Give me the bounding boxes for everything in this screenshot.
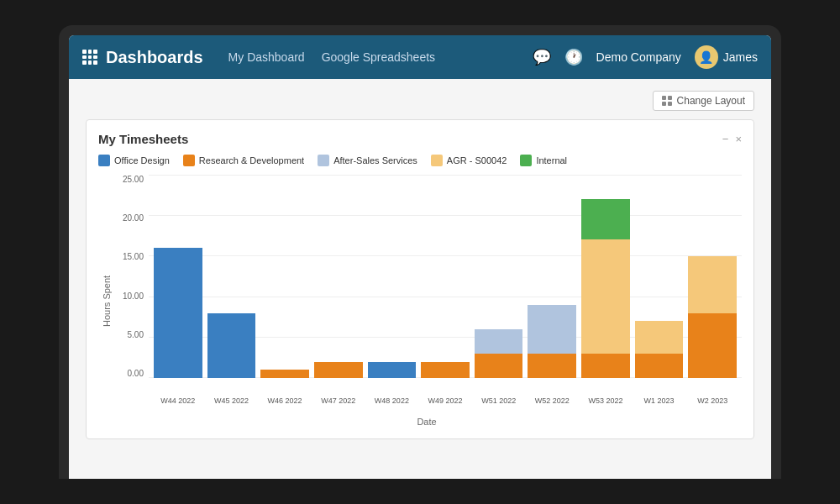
bar-segment <box>581 354 630 378</box>
main-content: Change Layout My Timesheets − × Office D… <box>69 79 771 479</box>
legend-item: AGR - S00042 <box>431 155 507 166</box>
bar-segment <box>635 321 684 354</box>
nav-right: 💬 🕐 Demo Company 👤 James <box>533 45 758 69</box>
company-name: Demo Company <box>596 50 681 64</box>
stacked-bar <box>368 362 417 378</box>
chart-plot: 25.0020.0015.0010.005.000.00 <box>112 175 742 395</box>
bar-group <box>207 175 256 378</box>
bar-group <box>475 175 523 378</box>
nav-google-spreadsheets[interactable]: Google Spreadsheets <box>322 50 435 64</box>
legend-label: Research & Development <box>199 155 304 165</box>
bar-segment <box>581 239 630 354</box>
x-axis-title: Date <box>112 417 742 427</box>
x-label: W47 2022 <box>314 396 363 413</box>
nav-my-dashboard[interactable]: My Dashboard <box>228 50 305 64</box>
bar-segment <box>528 305 576 354</box>
bars-container <box>149 175 742 378</box>
stacked-bar <box>314 362 363 378</box>
brand: Dashboards <box>82 48 203 67</box>
y-tick: 0.00 <box>128 369 144 378</box>
bar-segment <box>475 329 523 354</box>
bar-segment <box>528 354 576 378</box>
chart-title: My Timesheets <box>98 132 188 146</box>
history-icon[interactable]: 🕐 <box>564 48 583 66</box>
change-layout-button[interactable]: Change Layout <box>653 91 754 111</box>
bar-segment <box>207 313 256 378</box>
y-tick: 10.00 <box>123 291 144 301</box>
close-button[interactable]: × <box>735 133 742 145</box>
screen: Dashboards My Dashboard Google Spreadshe… <box>69 35 771 479</box>
bar-group <box>635 175 684 378</box>
change-layout-label: Change Layout <box>677 95 745 107</box>
legend-item: After-Sales Services <box>318 155 417 166</box>
stacked-bar <box>260 370 309 378</box>
bar-group <box>260 175 309 378</box>
apps-icon <box>82 50 97 65</box>
bar-segment <box>421 362 470 378</box>
y-tick: 5.00 <box>128 330 144 339</box>
x-label: W51 2022 <box>475 396 523 413</box>
x-axis: W44 2022W45 2022W46 2022W47 2022W48 2022… <box>112 396 742 413</box>
chat-icon[interactable]: 💬 <box>533 48 551 66</box>
stacked-bar <box>154 248 202 378</box>
bar-segment <box>368 362 417 378</box>
x-label: W1 2023 <box>635 396 684 413</box>
laptop-frame: Dashboards My Dashboard Google Spreadshe… <box>59 25 781 479</box>
legend-item: Office Design <box>98 155 170 166</box>
bar-segment <box>314 362 363 378</box>
bar-segment <box>688 256 737 313</box>
x-label: W2 2023 <box>688 396 737 413</box>
bar-segment <box>581 199 630 239</box>
legend-label: Internal <box>536 155 567 165</box>
bar-group <box>528 175 576 378</box>
navbar: Dashboards My Dashboard Google Spreadshe… <box>69 35 771 79</box>
stacked-bar <box>528 305 576 378</box>
chart-header: My Timesheets − × <box>98 132 742 146</box>
bar-segment <box>475 354 523 378</box>
legend-label: AGR - S00042 <box>447 155 507 165</box>
y-tick: 15.00 <box>123 252 144 261</box>
legend-color <box>520 155 532 166</box>
bar-segment <box>154 248 202 378</box>
layout-icon <box>662 96 672 106</box>
nav-links: My Dashboard Google Spreadsheets <box>228 50 435 64</box>
legend-color <box>318 155 329 166</box>
y-tick: 20.00 <box>123 213 144 223</box>
legend-color <box>98 155 110 166</box>
y-axis: 25.0020.0015.0010.005.000.00 <box>112 175 149 395</box>
x-label: W52 2022 <box>528 396 576 413</box>
avatar: 👤 <box>695 45 718 69</box>
bar-group <box>421 175 470 378</box>
bar-group <box>368 175 417 378</box>
stacked-bar <box>421 362 470 378</box>
stacked-bar <box>475 329 523 378</box>
x-label: W49 2022 <box>421 396 470 413</box>
bars-area <box>149 175 742 395</box>
stacked-bar <box>581 199 630 378</box>
user-info[interactable]: 👤 James <box>695 45 758 69</box>
minimize-button[interactable]: − <box>722 133 729 145</box>
bar-group <box>314 175 363 378</box>
legend-item: Research & Development <box>183 155 304 166</box>
x-label: W48 2022 <box>368 396 417 413</box>
x-label: W45 2022 <box>207 396 256 413</box>
bar-group <box>154 175 202 378</box>
toolbar: Change Layout <box>86 91 754 111</box>
chart-inner: 25.0020.0015.0010.005.000.00 W44 2022W45… <box>112 175 742 427</box>
bar-group <box>581 175 630 378</box>
bar-segment <box>635 354 684 378</box>
x-label: W46 2022 <box>260 396 309 413</box>
bar-group <box>688 175 737 378</box>
username: James <box>723 50 758 64</box>
legend-label: Office Design <box>114 155 170 165</box>
chart-card: My Timesheets − × Office Design Research… <box>86 119 754 439</box>
chart-legend: Office Design Research & Development Aft… <box>98 155 742 166</box>
x-label: W44 2022 <box>154 396 202 413</box>
y-axis-label: Hours Spent <box>98 175 112 427</box>
legend-label: After-Sales Services <box>333 155 417 165</box>
legend-item: Internal <box>520 155 567 166</box>
brand-title: Dashboards <box>106 48 203 67</box>
legend-color <box>183 155 195 166</box>
x-label: W53 2022 <box>581 396 630 413</box>
chart-area: Hours Spent 25.0020.0015.0010.005.000.00… <box>98 175 742 427</box>
